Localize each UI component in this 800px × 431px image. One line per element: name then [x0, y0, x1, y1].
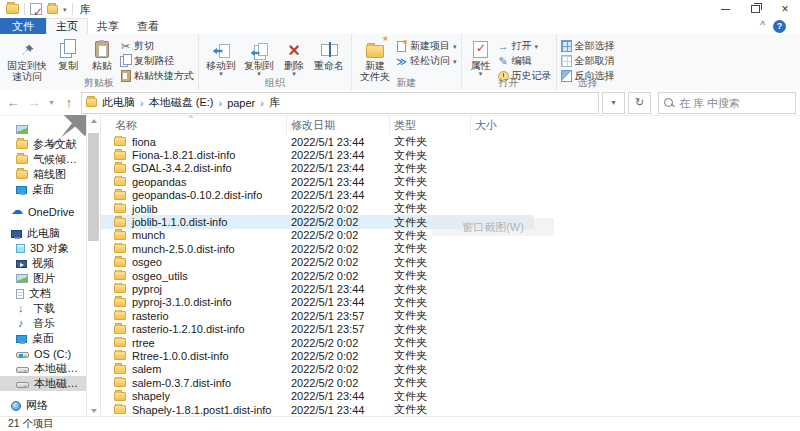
- file-row[interactable]: geopandas-0.10.2.dist-info 2022/5/1 23:4…: [101, 189, 534, 202]
- copy-button[interactable]: 复制: [52, 36, 84, 71]
- sidebar-scrollbar[interactable]: [86, 115, 101, 417]
- sidebar-item[interactable]: 参考文献: [0, 137, 86, 152]
- properties-button[interactable]: 属性 ▾: [466, 36, 496, 76]
- sidebar-item[interactable]: 音乐: [0, 316, 86, 331]
- file-row[interactable]: rasterio 2022/5/1 23:57 文件夹: [101, 309, 534, 322]
- tab-file[interactable]: 文件: [0, 18, 46, 34]
- rename-icon: [321, 44, 338, 56]
- qat-customize-caret[interactable]: ▾: [63, 7, 67, 12]
- file-row[interactable]: munch-2.5.0.dist-info 2022/5/2 0:02 文件夹: [101, 242, 534, 255]
- sidebar-item[interactable]: 箱线图: [0, 167, 86, 182]
- copy-path-button[interactable]: 复制路径: [120, 55, 194, 67]
- minimize-button[interactable]: [710, 0, 740, 18]
- folder-icon: [114, 311, 126, 320]
- breadcrumb: 此电脑 › 本地磁盘 (E:) › paper › 库: [99, 95, 283, 110]
- breadcrumb-item[interactable]: 库 ›: [266, 95, 283, 110]
- qat-properties-icon[interactable]: [30, 3, 42, 15]
- breadcrumb-item[interactable]: 本地磁盘 (E:) ›: [146, 95, 224, 110]
- sidebar-item[interactable]: 桌面: [0, 182, 86, 197]
- sidebar-item[interactable]: 气候倾向率: [0, 152, 86, 167]
- file-row[interactable]: Fiona-1.8.21.dist-info 2022/5/1 23:44 文件…: [101, 148, 534, 161]
- sidebar-item[interactable]: 桌面: [0, 331, 86, 346]
- sidebar-item[interactable]: 3D 对象: [0, 241, 86, 256]
- tab-home[interactable]: 主页: [46, 18, 88, 34]
- open-button[interactable]: 打开 ▾: [498, 40, 552, 52]
- file-row[interactable]: GDAL-3.4.2.dist-info 2022/5/1 23:44 文件夹: [101, 162, 534, 175]
- delete-button[interactable]: 删除 ▾: [279, 36, 309, 76]
- file-row[interactable]: salem 2022/5/2 0:02 文件夹: [101, 363, 534, 376]
- file-row[interactable]: rasterio-1.2.10.dist-info 2022/5/1 23:57…: [101, 322, 534, 335]
- sidebar-item[interactable]: 图片: [0, 271, 86, 286]
- close-button[interactable]: ×: [770, 0, 800, 18]
- file-row[interactable]: osgeo_utils 2022/5/2 0:02 文件夹: [101, 269, 534, 282]
- sidebar-item[interactable]: 图片: [0, 122, 86, 137]
- sidebar-item[interactable]: OneDrive: [0, 204, 86, 219]
- breadcrumb-item[interactable]: 此电脑 ›: [99, 95, 146, 110]
- tab-share[interactable]: 共享: [88, 18, 128, 34]
- breadcrumb-item[interactable]: paper ›: [224, 97, 266, 109]
- file-row[interactable]: Shapely-1.8.1.post1.dist-info 2022/5/1 2…: [101, 403, 534, 416]
- sidebar-item[interactable]: 此电脑: [0, 226, 86, 241]
- scrollbar-thumb[interactable]: [88, 133, 99, 241]
- paste-button[interactable]: 粘贴: [86, 36, 118, 71]
- properties-icon: [473, 41, 488, 58]
- forward-button[interactable]: →: [25, 95, 43, 110]
- file-row[interactable]: geopandas 2022/5/1 23:44 文件夹: [101, 175, 534, 188]
- qat-new-folder-icon[interactable]: [47, 5, 58, 14]
- edit-button[interactable]: 编辑: [498, 55, 552, 67]
- sidebar-item-icon: [11, 207, 23, 217]
- select-none-button[interactable]: 全部取消: [561, 55, 615, 67]
- search-input[interactable]: [677, 96, 790, 110]
- column-header-type[interactable]: 类型: [390, 115, 471, 135]
- folder-icon: [114, 325, 126, 334]
- restore-button[interactable]: [740, 0, 770, 18]
- breadcrumb-separator: ›: [216, 97, 224, 109]
- new-item-icon: [397, 41, 406, 52]
- refresh-button[interactable]: ↻: [628, 92, 651, 114]
- column-header-name[interactable]: ^ 名称: [101, 115, 287, 135]
- address-dropdown-button[interactable]: ▾: [602, 92, 625, 114]
- up-button[interactable]: ↑: [60, 95, 78, 110]
- file-row[interactable]: rtree 2022/5/2 0:02 文件夹: [101, 336, 534, 349]
- file-row[interactable]: pyproj-3.1.0.dist-info 2022/5/1 23:44 文件…: [101, 296, 534, 309]
- file-row[interactable]: fiona 2022/5/1 23:44 文件夹: [101, 135, 534, 148]
- recent-locations-caret[interactable]: ▾: [46, 98, 57, 107]
- sidebar-item[interactable]: 文档: [0, 286, 86, 301]
- scroll-up-icon[interactable]: [87, 119, 100, 123]
- move-to-button[interactable]: 移动到 ▾: [203, 36, 239, 76]
- file-row[interactable]: osgeo 2022/5/2 0:02 文件夹: [101, 256, 534, 269]
- easy-access-button[interactable]: 轻松访问 ▾: [396, 55, 457, 67]
- scroll-down-icon[interactable]: [87, 409, 100, 413]
- file-row[interactable]: shapely 2022/5/1 23:44 文件夹: [101, 389, 534, 402]
- rename-button[interactable]: 重命名: [311, 36, 347, 71]
- new-item-button[interactable]: 新建项目 ▾: [396, 40, 457, 52]
- help-icon[interactable]: ?: [773, 20, 786, 33]
- sidebar-item[interactable]: 本地磁盘 (D:): [0, 361, 86, 376]
- file-date-modified: 2022/5/1 23:44: [287, 162, 390, 174]
- qat-divider: [72, 3, 73, 15]
- sidebar-item-icon: [16, 319, 28, 329]
- file-row[interactable]: pyproj 2022/5/1 23:44 文件夹: [101, 282, 534, 295]
- back-button[interactable]: ←: [4, 95, 22, 110]
- sidebar-item[interactable]: 下载: [0, 301, 86, 316]
- address-box[interactable]: 此电脑 › 本地磁盘 (E:) › paper › 库: [81, 92, 599, 114]
- cut-button[interactable]: 剪切: [120, 40, 194, 52]
- sidebar-item[interactable]: 视频: [0, 256, 86, 271]
- file-row[interactable]: Rtree-1.0.0.dist-info 2022/5/2 0:02 文件夹: [101, 349, 534, 362]
- file-row[interactable]: salem-0.3.7.dist-info 2022/5/2 0:02 文件夹: [101, 376, 534, 389]
- easy-access-icon: [396, 56, 407, 67]
- copy-to-button[interactable]: 复制到 ▾: [241, 36, 277, 76]
- file-date-modified: 2022/5/1 23:57: [287, 323, 390, 335]
- tab-view[interactable]: 查看: [128, 18, 168, 34]
- sidebar-item-icon: [16, 170, 28, 179]
- sidebar-item[interactable]: 网络: [0, 398, 86, 413]
- column-header-size[interactable]: 大小: [471, 115, 547, 135]
- sidebar-item[interactable]: OS (C:): [0, 346, 86, 361]
- ribbon-collapse-icon[interactable]: ^: [760, 21, 765, 31]
- select-all-button[interactable]: 全部选择: [561, 40, 615, 52]
- column-header-date-modified[interactable]: 修改日期: [287, 115, 390, 135]
- file-row[interactable]: joblib 2022/5/2 0:02 文件夹: [101, 202, 534, 215]
- sidebar-item-label: 桌面: [32, 331, 54, 346]
- sidebar-item[interactable]: 本地磁盘 (E:): [0, 376, 86, 391]
- sidebar-item-label: 本地磁盘 (E:): [34, 376, 86, 391]
